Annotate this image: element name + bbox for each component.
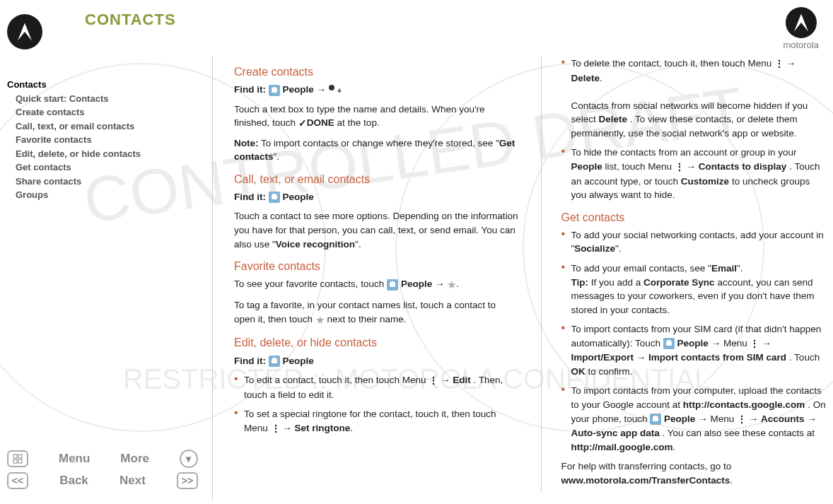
note-text-end: ". bbox=[274, 151, 280, 162]
voice-link[interactable]: Voice recognition bbox=[276, 239, 355, 250]
overflow-menu-icon: ⋮ bbox=[271, 421, 280, 435]
call-p1: Touch a contact to see more options. Dep… bbox=[234, 209, 520, 251]
fav-p1: To see your favorite contacts, touch Peo… bbox=[234, 277, 520, 293]
edit-label: Edit bbox=[453, 375, 471, 385]
overflow-menu-icon: ⋮ bbox=[675, 160, 684, 174]
accounts-label: Accounts bbox=[761, 414, 805, 424]
b3a: To delete the contact, touch it, then to… bbox=[571, 58, 774, 69]
column-left: Create contacts Find it: People → Touch … bbox=[234, 57, 520, 493]
column-right: To delete the contact, touch it, then to… bbox=[541, 57, 827, 493]
create-p1b: at the top. bbox=[337, 117, 380, 128]
g-b3d: to confirm. bbox=[588, 366, 633, 377]
arrow-icon: → bbox=[807, 414, 817, 424]
nav-favorite[interactable]: Favorite contacts bbox=[16, 133, 212, 147]
nav-quick-start[interactable]: Quick start: Contacts bbox=[16, 92, 212, 106]
note-label: Note: bbox=[234, 138, 259, 148]
socialize-link[interactable]: Socialize bbox=[574, 243, 615, 254]
ringtone-label: Set ringtone bbox=[295, 423, 351, 433]
arrow-icon: → bbox=[762, 338, 771, 348]
nav-get[interactable]: Get contacts bbox=[16, 160, 212, 175]
menu-label[interactable]: Menu bbox=[59, 452, 90, 466]
arrow-icon: → bbox=[786, 58, 796, 69]
people-icon bbox=[650, 414, 661, 425]
findit-people: People bbox=[283, 192, 314, 202]
overflow-menu-icon: ⋮ bbox=[774, 57, 784, 71]
mail-url[interactable]: http://mail.google.com bbox=[571, 442, 673, 452]
arrow-icon: → bbox=[282, 423, 292, 433]
svg-rect-5 bbox=[13, 455, 17, 458]
brand-logo: motorola bbox=[783, 7, 819, 50]
list-item: To set a special ringtone for the contac… bbox=[244, 407, 520, 435]
g-b4c: Menu bbox=[710, 414, 737, 424]
people-icon bbox=[663, 338, 675, 349]
autosync-label: Auto-sync app data bbox=[571, 428, 660, 438]
create-p1: Touch a text box to type the name and de… bbox=[234, 102, 520, 131]
fav-people: People bbox=[401, 279, 432, 290]
arrow-icon: → bbox=[687, 161, 697, 172]
note-text: To import contacts or change where they'… bbox=[261, 138, 499, 148]
arrow-icon: → bbox=[698, 414, 708, 424]
section-create-title: Create contacts bbox=[234, 64, 520, 80]
nav-call[interactable]: Call, text, or email contacts bbox=[16, 119, 212, 134]
b1a: To edit a contact, touch it, then touch … bbox=[244, 375, 429, 385]
back-label[interactable]: Back bbox=[59, 474, 88, 488]
create-findit: Find it: People → bbox=[234, 83, 520, 97]
overflow-menu-icon: ⋮ bbox=[737, 412, 746, 426]
fav-p1a: To see your favorite contacts, touch bbox=[234, 279, 387, 290]
more-down-icon[interactable]: ▾ bbox=[180, 450, 198, 468]
star-icon: ★ bbox=[315, 312, 325, 328]
back-icon[interactable]: << bbox=[7, 472, 28, 489]
g-b2a: To add your email contacts, see " bbox=[571, 263, 711, 274]
overflow-menu-icon: ⋮ bbox=[429, 373, 438, 387]
nav-root[interactable]: Contacts bbox=[7, 78, 212, 92]
ok-label: OK bbox=[571, 366, 586, 377]
svg-rect-8 bbox=[18, 459, 22, 463]
nav-create[interactable]: Create contacts bbox=[16, 105, 212, 119]
people-icon bbox=[269, 85, 280, 96]
tip-text: If you add a bbox=[591, 277, 643, 288]
contacts-display-label: Contacts to display bbox=[699, 161, 787, 172]
page-title: CONTACTS bbox=[85, 11, 176, 29]
nav-groups[interactable]: Groups bbox=[16, 188, 212, 202]
toc-nav: Contacts Quick start: Contacts Create co… bbox=[0, 78, 212, 202]
content-area: motorola Create contacts Find it: People… bbox=[212, 0, 833, 504]
g-b1b: ". bbox=[615, 243, 622, 254]
menu-grid-icon[interactable] bbox=[7, 450, 28, 467]
nav-edit[interactable]: Edit, delete, or hide contacts bbox=[16, 147, 212, 161]
contacts-url[interactable]: http://contacts.google.com bbox=[683, 399, 805, 410]
list-item: To edit a contact, touch it, then touch … bbox=[244, 373, 520, 402]
done-check-icon: ✓ bbox=[298, 117, 307, 131]
nav-share[interactable]: Share contacts bbox=[16, 175, 212, 189]
tip-label: Tip: bbox=[571, 277, 589, 288]
edit-findit: Find it: People bbox=[234, 354, 520, 368]
people-icon bbox=[387, 279, 398, 291]
email-link[interactable]: Email bbox=[711, 263, 737, 274]
section-edit-title: Edit, delete, or hide contacts bbox=[234, 334, 520, 351]
import-sim-label: Import contacts from SIM card bbox=[648, 352, 786, 363]
arrow-icon: → bbox=[711, 338, 721, 348]
star-icon: ★ bbox=[447, 277, 456, 293]
list-item: To delete the contact, touch it, then to… bbox=[571, 57, 827, 140]
list-item: To add your social networking contacts, … bbox=[571, 228, 827, 256]
findit-label: Find it: bbox=[234, 192, 266, 202]
people-label: People bbox=[571, 161, 602, 172]
add-person-icon bbox=[329, 86, 340, 95]
arrow-icon: → bbox=[441, 375, 450, 385]
delete-label: Delete bbox=[571, 73, 600, 83]
corp-sync-label: Corporate Sync bbox=[643, 277, 715, 288]
overflow-menu-icon: ⋮ bbox=[750, 336, 759, 351]
next-label[interactable]: Next bbox=[120, 474, 146, 488]
customize-label: Customize bbox=[681, 176, 729, 187]
motorola-logo-icon bbox=[786, 7, 817, 38]
svg-rect-6 bbox=[18, 455, 22, 458]
findit-label: Find it: bbox=[234, 84, 266, 95]
people-label: People bbox=[664, 414, 695, 424]
g-b2b: ". bbox=[737, 263, 743, 274]
list-item: To hide the contacts from an account or … bbox=[571, 146, 827, 201]
next-icon[interactable]: >> bbox=[177, 472, 198, 489]
create-note: Note: To import contacts or change where… bbox=[234, 136, 520, 164]
more-label[interactable]: More bbox=[120, 452, 149, 466]
section-call-title: Call, text, or email contacts bbox=[234, 171, 520, 187]
sidebar: CONTACTS Contacts Quick start: Contacts … bbox=[0, 0, 212, 504]
transfer-url[interactable]: www.motorola.com/TransferContacts bbox=[561, 475, 730, 486]
